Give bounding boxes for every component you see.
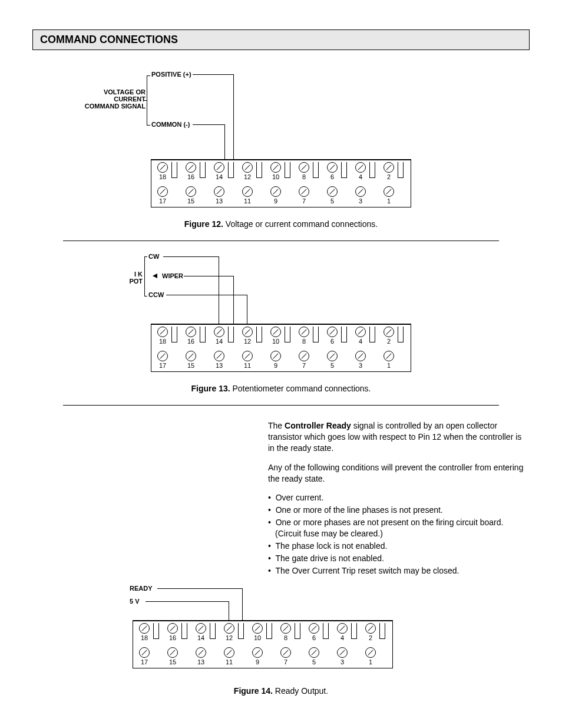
list-item: One or more of the line phases is not pr… — [268, 505, 530, 516]
divider — [63, 405, 499, 406]
list-item: The gate drive is not enabled. — [268, 553, 530, 564]
list-item: One or more phases are not present on th… — [268, 517, 530, 539]
figure-14: READY 5 V 18 16 14 12 10 8 6 4 2 17 15 1… — [32, 585, 530, 696]
screw-icon — [157, 162, 168, 173]
section-header: COMMAND CONNECTIONS — [32, 29, 530, 50]
wiper-label: WIPER — [162, 272, 183, 279]
ready-label: READY — [130, 585, 153, 592]
controller-ready-paragraph: The Controller Ready signal is controlle… — [268, 420, 530, 454]
figure-12: VOLTAGE OR CURRENT COMMAND SIGNAL POSITI… — [32, 71, 530, 241]
terminal-block-fig14: 18 16 14 12 10 8 6 4 2 17 15 13 11 9 7 5… — [133, 620, 393, 668]
signal-label-block: VOLTAGE OR CURRENT COMMAND SIGNAL — [81, 88, 146, 110]
terminal-block-fig13: 18 16 14 12 10 8 6 4 2 17 15 13 11 9 7 5… — [151, 324, 411, 372]
conditions-list: Over current. One or more of the line ph… — [268, 492, 530, 576]
list-item: The Over Current Trip reset switch may b… — [268, 565, 530, 577]
figure-13-caption: Figure 13. Potentiometer command connect… — [32, 384, 530, 393]
list-item: The phase lock is not enabled. — [268, 541, 530, 552]
arrow-icon — [153, 274, 157, 278]
conditions-intro: Any of the following conditions will pre… — [268, 462, 530, 485]
five-volt-label: 5 V — [130, 598, 140, 605]
figure-13: I K POT CW WIPER CCW 18 16 14 12 10 8 6 … — [32, 253, 530, 406]
common-label: COMMON (-) — [151, 121, 190, 128]
ccw-label: CCW — [148, 291, 164, 298]
cw-label: CW — [148, 253, 159, 260]
figure-12-caption: Figure 12. Voltage or current command co… — [32, 219, 530, 229]
figure-14-caption: Figure 14. Ready Output. — [32, 686, 530, 696]
pot-label-block: I K POT — [119, 271, 143, 285]
positive-label: POSITIVE (+) — [151, 71, 191, 78]
section-title: COMMAND CONNECTIONS — [40, 34, 178, 45]
body-text: The Controller Ready signal is controlle… — [268, 420, 530, 577]
list-item: Over current. — [268, 492, 530, 503]
terminal-block-fig12: 18 16 14 12 10 8 6 4 2 17 15 13 11 9 7 5… — [151, 159, 411, 207]
divider — [63, 241, 499, 241]
